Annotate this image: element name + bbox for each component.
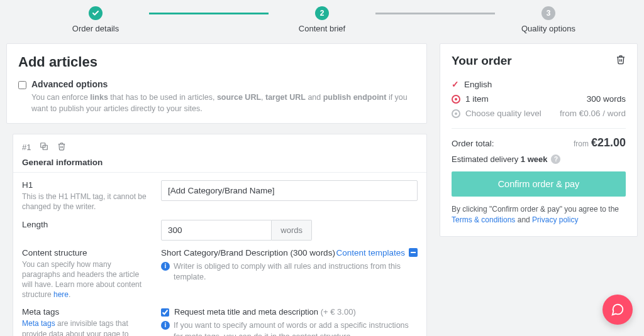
advanced-options-label: Advanced options (31, 79, 415, 89)
step-line-1 (149, 13, 269, 14)
help-icon[interactable]: ? (551, 154, 560, 164)
order-quality: Choose quality level (465, 109, 541, 118)
h1-input[interactable] (161, 180, 418, 201)
trash-icon[interactable] (57, 142, 66, 153)
stepper: Order details 2 Content brief 3 Quality … (0, 0, 644, 36)
meta-tags-label: Meta tags (22, 307, 151, 317)
order-total-value: from€21.00 (574, 136, 626, 149)
copy-icon[interactable] (40, 142, 48, 153)
info-icon: i (161, 262, 170, 271)
step-3[interactable]: 3 Quality options (495, 6, 602, 33)
advanced-options-checkbox[interactable] (18, 81, 26, 89)
order-summary-card: Your order ✓ English 1 item 300 words (440, 43, 638, 237)
meta-request-label: Request meta title and meta description … (174, 307, 356, 317)
add-articles-card: Add articles Advanced options You can en… (6, 43, 427, 124)
article-item-card: #1 General information H1 This is the H1… (13, 134, 427, 336)
content-structure-label: Content structure (22, 248, 151, 257)
chat-fab[interactable] (602, 295, 633, 325)
check-icon (89, 6, 103, 20)
terms-link[interactable]: Terms & conditions (452, 215, 515, 224)
length-label: Length (22, 220, 151, 229)
order-words: 300 words (587, 94, 626, 104)
bullet-icon (452, 95, 460, 104)
confirm-order-button[interactable]: Confirm order & pay (452, 171, 626, 197)
step-2-label: Content brief (299, 24, 345, 33)
legal-text: By clicking "Confirm order & pay" you ag… (452, 204, 626, 226)
h1-label: H1 (22, 180, 151, 190)
step-2[interactable]: 2 Content brief (269, 6, 375, 33)
content-structure-here-link[interactable]: here (53, 290, 69, 299)
order-language: English (464, 80, 492, 89)
step-3-label: Quality options (521, 24, 575, 33)
check-icon: ✓ (452, 79, 459, 89)
privacy-link[interactable]: Privacy policy (532, 215, 578, 224)
meta-tags-link[interactable]: Meta tags (22, 319, 55, 328)
chat-icon (611, 303, 625, 317)
content-templates-link[interactable]: Content templates (336, 248, 418, 257)
info-icon: i (161, 321, 170, 330)
meta-info: i If you want to specify amount of words… (161, 320, 418, 336)
length-unit: words (272, 220, 312, 241)
step-line-2 (375, 13, 495, 14)
order-title: Your order (452, 54, 512, 68)
template-collapse-icon (409, 248, 418, 257)
bullet-icon (452, 109, 460, 118)
item-number: #1 (22, 143, 31, 152)
page-title: Add articles (18, 54, 415, 70)
advanced-options-desc: You can enforce links that has to be use… (31, 92, 415, 114)
meta-request-checkbox[interactable] (161, 308, 169, 317)
order-items: 1 item (465, 94, 489, 104)
step-3-dot: 3 (541, 6, 555, 20)
order-eta: Estimated delivery 1 week (452, 154, 547, 164)
content-structure-desc-title: Short Category/Brand Description (300 wo… (161, 248, 335, 257)
length-input[interactable] (161, 220, 272, 241)
template-info: i Writer is obliged to comply with all r… (161, 261, 418, 283)
step-1[interactable]: Order details (42, 6, 149, 33)
general-information-label: General information (13, 156, 426, 172)
step-2-dot: 2 (315, 6, 329, 20)
order-total-label: Order total: (452, 139, 494, 148)
trash-icon[interactable] (616, 55, 626, 67)
meta-tags-sublabel: Meta tags are invisible tags that provid… (22, 318, 151, 336)
order-rate: from €0.06 / word (560, 109, 626, 118)
content-structure-sublabel: You can specify how many paragraphs and … (22, 259, 151, 300)
h1-sublabel: This is the H1 HTML tag, it cannot be ch… (22, 192, 151, 212)
step-1-label: Order details (72, 24, 119, 33)
